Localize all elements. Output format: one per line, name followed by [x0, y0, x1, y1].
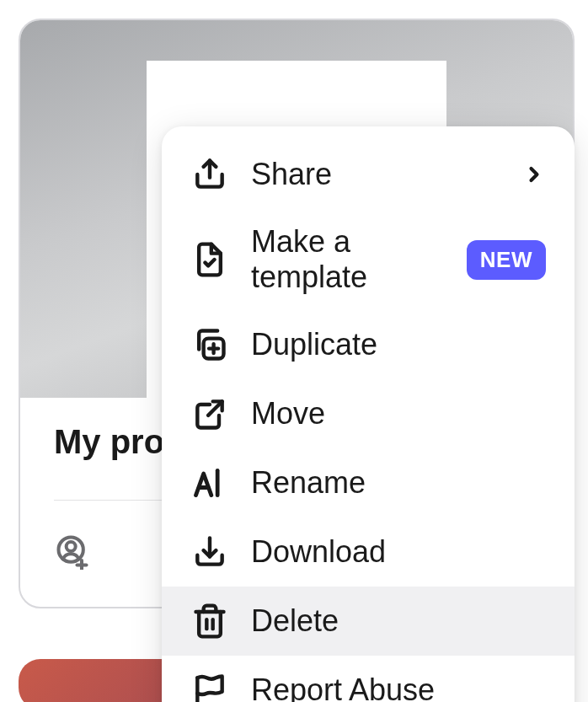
menu-label-move: Move — [251, 396, 546, 431]
menu-item-make-template[interactable]: Make a template NEW — [162, 209, 575, 310]
menu-item-download[interactable]: Download — [162, 517, 575, 587]
menu-label-duplicate: Duplicate — [251, 327, 546, 362]
flag-icon — [190, 671, 229, 702]
menu-label-make-template: Make a template — [251, 224, 445, 295]
download-icon — [190, 533, 229, 571]
menu-item-rename[interactable]: Rename — [162, 448, 575, 517]
menu-item-report-abuse[interactable]: Report Abuse — [162, 656, 575, 702]
menu-label-report-abuse: Report Abuse — [251, 673, 546, 702]
context-menu: Share Make a template NEW Dupl — [162, 126, 575, 702]
new-badge: NEW — [467, 240, 546, 280]
menu-label-download: Download — [251, 534, 546, 570]
duplicate-icon — [190, 325, 229, 364]
chevron-right-icon — [522, 163, 546, 186]
menu-item-duplicate[interactable]: Duplicate — [162, 310, 575, 379]
delete-icon — [190, 602, 229, 640]
share-icon — [190, 155, 229, 194]
menu-item-share[interactable]: Share — [162, 140, 575, 209]
menu-label-rename: Rename — [251, 465, 546, 501]
template-icon — [190, 240, 229, 279]
svg-point-1 — [67, 542, 76, 551]
move-icon — [190, 394, 229, 433]
menu-label-share: Share — [251, 157, 500, 192]
invite-user-icon[interactable] — [54, 533, 91, 570]
menu-item-delete[interactable]: Delete — [162, 587, 575, 656]
rename-icon — [190, 464, 229, 502]
menu-label-delete: Delete — [251, 603, 546, 639]
menu-item-move[interactable]: Move — [162, 379, 575, 448]
